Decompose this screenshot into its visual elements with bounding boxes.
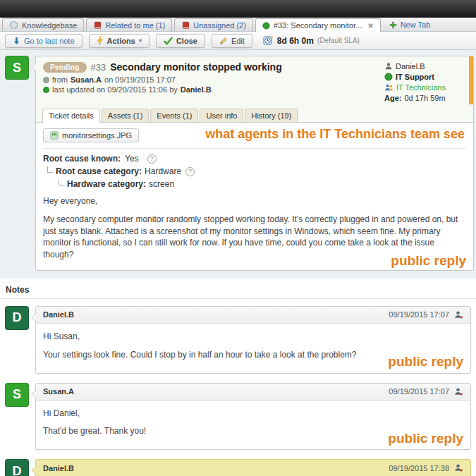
- status-group-row[interactable]: IT Support: [384, 73, 463, 81]
- tab-ticket-details[interactable]: Ticket details: [42, 109, 100, 123]
- tab-label: Knowledgebase: [22, 21, 77, 30]
- plus-icon: [389, 21, 397, 29]
- note-item: S Susan.A 09/19/2015 17:07 Hi Daniel, Th…: [5, 383, 471, 451]
- tab-knowledgebase[interactable]: Knowledgebase: [2, 18, 84, 31]
- team-row[interactable]: IT Technicians: [384, 83, 463, 92]
- tab-related-to-me[interactable]: Related to me (1): [86, 18, 172, 31]
- updated-status-icon: [43, 87, 49, 93]
- note-author[interactable]: Susan.A: [43, 387, 74, 396]
- green-status-dot-icon: [262, 22, 270, 30]
- annotation-public-reply: public reply: [391, 253, 466, 269]
- tab-label: New Tab: [401, 20, 431, 29]
- help-icon[interactable]: ?: [185, 167, 195, 176]
- tab-new-tab[interactable]: New Tab: [383, 18, 437, 31]
- note-timestamp: 09/19/2015 17:07: [389, 310, 449, 319]
- notes-list: D Daniel.B 09/19/2015 17:07 Hi Susan, Yo…: [0, 299, 476, 476]
- tree-branch: [47, 166, 53, 173]
- age-row: Age: 0d 17h 59m: [384, 94, 463, 102]
- priority-stripe: [469, 56, 473, 104]
- ticket-updated-line: last updated on 09/20/2015 11:06 by Dani…: [43, 85, 384, 94]
- pencil-icon: [219, 37, 228, 45]
- field-value: Hardware: [145, 166, 181, 176]
- ticket-properties-panel: Daniel.B IT Support IT Technicians Age: …: [384, 61, 463, 104]
- ticket-title: Secondary monitor stopped working: [110, 61, 281, 73]
- annotation-public-reply: public reply: [388, 429, 463, 448]
- note-timestamp: 09/19/2015 17:38: [389, 464, 449, 472]
- contact-status-icon: [43, 77, 49, 83]
- requester-name[interactable]: Susan.A: [71, 75, 102, 84]
- tab-label: Unassigned (2): [193, 21, 246, 30]
- image-attachment-icon: [50, 131, 59, 140]
- agent-avatar: D: [5, 306, 29, 330]
- clock-icon: [263, 35, 274, 46]
- requester-avatar: S: [5, 383, 29, 407]
- ticket-toolbar: Go to last note Actions ▾ Close Edit 8d …: [0, 32, 476, 50]
- group-icon: [384, 83, 393, 92]
- note-header: Daniel.B 09/19/2015 17:38: [36, 460, 470, 476]
- check-icon: [164, 37, 173, 45]
- divider: [43, 148, 466, 149]
- tab-label: Related to me (1): [105, 21, 165, 30]
- requester-avatar: S: [5, 56, 29, 80]
- tab-history[interactable]: History (19): [245, 109, 298, 122]
- ticket-section: S Pending #33 Secondary monitor stopped …: [0, 50, 476, 279]
- updater-name[interactable]: Daniel.B: [181, 85, 212, 94]
- green-status-dot-icon: [384, 73, 393, 81]
- attachment-name: monitorsettings.JPG: [62, 131, 132, 140]
- field-root-cause-category: Root cause category: Hardware ?: [43, 166, 466, 176]
- browser-tab-bar: Knowledgebase Related to me (1) Unassign…: [0, 18, 476, 32]
- ticket-header: Pending #33 Secondary monitor stopped wo…: [36, 56, 473, 104]
- close-button[interactable]: Close: [156, 34, 205, 48]
- field-root-cause-known: Root cause known: Yes ?: [43, 154, 466, 164]
- go-to-last-note-button[interactable]: Go to last note: [5, 34, 83, 48]
- field-hardware-category: Hardware category: screen: [43, 179, 466, 189]
- arrow-down-icon: [13, 37, 20, 45]
- tab-label: #33: Secondary monitor...: [274, 21, 362, 30]
- note-item: D Daniel.B 09/19/2015 17:07 Hi Susan, Yo…: [5, 306, 471, 374]
- note-body: Hi Daniel, That'd be great. Thank you! p…: [36, 401, 470, 450]
- book-icon: [181, 21, 190, 30]
- note-author[interactable]: Daniel.B: [43, 464, 74, 472]
- window-title-bar: [0, 0, 476, 18]
- reply-privately-icon[interactable]: [453, 463, 463, 472]
- ticket-from-line: from Susan.A on 09/19/2015 17:07: [43, 75, 384, 84]
- annotation-public-reply: public reply: [388, 353, 463, 372]
- ticket-tabs: Ticket details Assets (1) Events (1) Use…: [36, 104, 473, 123]
- lightning-icon: [97, 36, 104, 45]
- field-value: Yes: [125, 154, 139, 164]
- assignee-row[interactable]: Daniel.B: [384, 62, 463, 71]
- tab-ticket-33[interactable]: #33: Secondary monitor... ✕: [255, 18, 381, 32]
- sla-timer: 8d 6h 0m (Default SLA): [263, 35, 360, 46]
- status-badge: Pending: [43, 62, 87, 73]
- tab-unassigned[interactable]: Unassigned (2): [174, 18, 253, 31]
- close-tab-icon[interactable]: ✕: [367, 22, 373, 30]
- agent-avatar: D: [5, 459, 29, 476]
- tab-user-info[interactable]: User info: [200, 109, 243, 122]
- ticket-card: Pending #33 Secondary monitor stopped wo…: [35, 56, 474, 271]
- actions-button[interactable]: Actions ▾: [89, 34, 149, 48]
- ticket-id: #33: [91, 62, 106, 73]
- caret-down-icon: ▾: [139, 37, 142, 44]
- ticket-details-panel: monitorsettings.JPG what agents in the I…: [36, 123, 473, 270]
- help-icon[interactable]: ?: [147, 154, 157, 164]
- tree-branch: [59, 179, 64, 185]
- reply-privately-icon[interactable]: [453, 310, 463, 319]
- note-author[interactable]: Daniel.B: [43, 310, 74, 319]
- note-timestamp: 09/19/2015 17:07: [389, 387, 449, 396]
- tab-events[interactable]: Events (1): [150, 109, 198, 122]
- tab-assets[interactable]: Assets (1): [102, 109, 149, 122]
- note-item-internal: D Daniel.B 09/19/2015 17:38 I stopped by…: [5, 459, 471, 476]
- attachment-chip[interactable]: monitorsettings.JPG: [43, 128, 139, 142]
- person-icon: [384, 62, 393, 71]
- reply-privately-icon[interactable]: [453, 387, 463, 396]
- globe-icon: [9, 20, 18, 30]
- notes-section-header: Notes: [0, 279, 476, 299]
- book-icon: [93, 21, 102, 30]
- note-header: Susan.A 09/19/2015 17:07: [36, 384, 470, 401]
- edit-button[interactable]: Edit: [212, 34, 252, 48]
- note-header: Daniel.B 09/19/2015 17:07: [36, 307, 470, 324]
- field-value: screen: [149, 179, 174, 189]
- ticket-description: Hey everyone, My secondary computer moni…: [43, 195, 466, 261]
- annotation-agents-view: what agents in the IT Technicians team s…: [205, 127, 465, 142]
- note-body: Hi Susan, Your settings look fine. Could…: [36, 324, 470, 373]
